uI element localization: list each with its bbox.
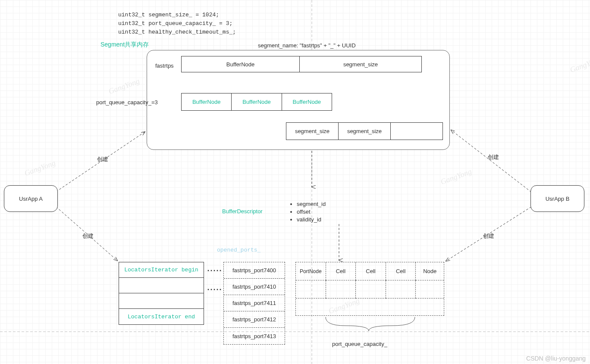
pqc-label: port_queue_capacity_=3 [96, 99, 158, 106]
cell-segment-size: segment_size [300, 56, 421, 72]
locator-begin: LocatorsIterator begin [119, 262, 204, 278]
cell-empty [386, 280, 416, 299]
port-row: fastrtps_port7411 [224, 295, 285, 311]
col-cell: Cell [386, 262, 416, 280]
locators-table: LocatorsIterator begin LocatorsIterator … [119, 262, 204, 325]
cell-empty [356, 280, 386, 299]
locator-row [119, 278, 204, 293]
cell: segment_size [286, 123, 339, 140]
list-item: offset [297, 208, 326, 216]
cell: BufferNode [232, 93, 282, 110]
col-portnode: PortNode [296, 262, 326, 280]
locator-row [119, 293, 204, 309]
buffer-descriptor-list: segment_id offset validity_id [290, 200, 326, 224]
cell-empty [416, 280, 444, 299]
usrapp-a-box: UsrApp A [4, 185, 58, 212]
code-line: uint32_t healthy_check_timeout_ms_; [118, 28, 236, 37]
port-row: fastrtps_port7413 [224, 328, 285, 344]
cell: BufferNode [182, 93, 232, 110]
code-line: uint32_t port_queue_capacity_ = 3; [118, 19, 236, 28]
pqc-bottom-label: port_queue_capacity_ [332, 341, 387, 347]
row-segment-sizes: segment_size segment_size [286, 122, 443, 140]
code-block: uint32_t segment_size_ = 1024; uint32_t … [118, 11, 236, 37]
port-row: fastrtps_port7412 [224, 311, 285, 328]
portnode-table: PortNode Cell Cell Cell Node [295, 262, 444, 316]
create-label: 创建 [82, 232, 94, 240]
locator-end: LocatorsIterator end [119, 309, 204, 324]
cell: segment_size [339, 123, 391, 140]
cell-empty [326, 280, 356, 299]
port-row: fastrtps_port7410 [224, 279, 285, 295]
fastrtps-label: fastrtps [155, 62, 174, 69]
segment-title: Segment共享内存 [100, 41, 149, 49]
opened-ports-label: opened_ports_ [217, 247, 260, 253]
buffer-descriptor-label: BufferDescriptor [222, 208, 263, 215]
cell-buffernode: BufferNode [182, 56, 300, 72]
code-line: uint32_t segment_size_ = 1024; [118, 11, 236, 19]
create-label: 创建 [97, 156, 108, 163]
cell-empty [296, 280, 326, 299]
segment-name-label: segment_name: "fastrtps" + "_" + UUID [258, 42, 356, 49]
col-cell: Cell [326, 262, 356, 280]
list-item: validity_id [297, 216, 326, 224]
create-label: 创建 [483, 232, 494, 240]
port-row: fastrtps_port7400 [224, 262, 285, 279]
create-label: 创建 [488, 153, 499, 161]
col-node: Node [416, 262, 444, 280]
row-buffer-node: BufferNode segment_size [181, 56, 422, 72]
row-buffer-nodes: BufferNode BufferNode BufferNode [181, 93, 332, 111]
cell-empty [391, 123, 442, 140]
ports-table: fastrtps_port7400 fastrtps_port7410 fast… [223, 262, 285, 345]
credit-label: CSDN @liu-yonggang [526, 355, 586, 362]
col-cell: Cell [356, 262, 386, 280]
usrapp-b-box: UsrApp B [530, 185, 584, 212]
cell: BufferNode [282, 93, 332, 110]
list-item: segment_id [297, 200, 326, 208]
